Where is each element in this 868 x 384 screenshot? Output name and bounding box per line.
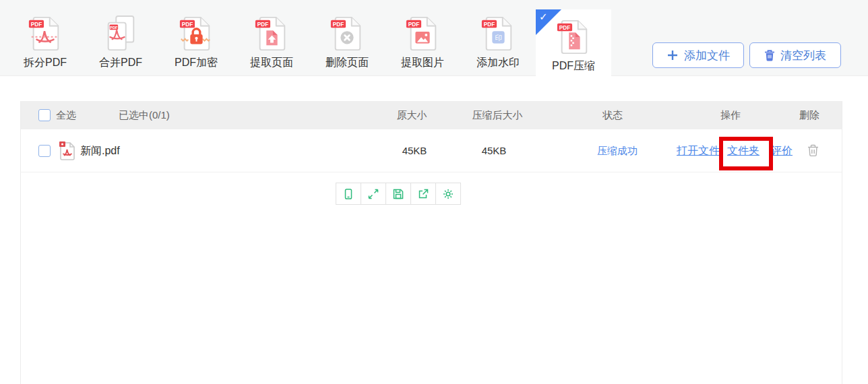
tab-split-pdf[interactable]: PDF 拆分PDF — [7, 0, 83, 75]
phone-icon[interactable] — [336, 183, 361, 205]
plus-icon — [666, 49, 679, 61]
clear-list-button[interactable]: 清空列表 — [749, 42, 841, 68]
list-header: 全选 已选中(0/1) 原大小 压缩后大小 状态 操作 删除 — [21, 101, 842, 129]
tool-tabs: PDF 拆分PDF PDF 合并PDF — [7, 0, 611, 82]
merge-pdf-icon: PDF — [102, 14, 139, 53]
pdf-file-icon — [59, 141, 76, 164]
tab-label: 拆分PDF — [24, 56, 67, 70]
tab-label: 提取图片 — [401, 56, 444, 70]
delete-pages-icon: PDF — [329, 14, 365, 53]
compressed-size-value: 45KB — [482, 129, 507, 172]
svg-text:PDF: PDF — [110, 26, 118, 30]
row-checkbox[interactable] — [38, 145, 51, 157]
col-status: 状态 — [602, 101, 623, 129]
selected-count: 已选中(0/1) — [119, 101, 170, 129]
table-row: 新闻.pdf 45KB 45KB 压缩成功 打开文件 文件夹 评价 — [21, 129, 842, 172]
extract-pages-icon: PDF — [253, 14, 290, 53]
delete-row-icon[interactable] — [807, 144, 819, 160]
col-delete: 删除 — [799, 101, 819, 129]
tab-delete-pages[interactable]: PDF 删除页面 — [309, 0, 385, 75]
tab-label: 添加水印 — [476, 56, 520, 70]
check-icon: ✓ — [539, 11, 548, 23]
svg-text:PDF: PDF — [484, 22, 495, 28]
extract-images-icon: PDF — [404, 14, 441, 53]
col-original-size: 原大小 — [397, 101, 427, 129]
encrypt-pdf-icon: PDF — [178, 14, 214, 53]
trash-icon — [764, 50, 775, 61]
tab-label: PDF加密 — [175, 56, 218, 70]
tab-extract-images[interactable]: PDF 提取图片 — [385, 0, 460, 75]
add-file-label: 添加文件 — [684, 48, 730, 63]
tab-label: PDF压缩 — [552, 59, 595, 73]
svg-text:PDF: PDF — [182, 22, 193, 28]
add-file-button[interactable]: 添加文件 — [652, 42, 744, 68]
clear-list-label: 清空列表 — [780, 48, 826, 63]
svg-text:印: 印 — [495, 34, 502, 42]
svg-text:PDF: PDF — [257, 22, 268, 28]
file-name: 新闻.pdf — [80, 129, 120, 172]
save-icon[interactable] — [385, 183, 411, 205]
file-list-panel: 全选 已选中(0/1) 原大小 压缩后大小 状态 操作 删除 新闻.pdf 45… — [20, 101, 842, 384]
tab-label: 删除页面 — [326, 56, 369, 70]
original-size-value: 45KB — [402, 129, 427, 172]
select-all-label: 全选 — [56, 101, 76, 129]
expand-icon[interactable] — [361, 183, 386, 205]
rate-link[interactable]: 评价 — [771, 129, 793, 172]
open-file-link[interactable]: 打开文件 — [677, 129, 720, 172]
share-icon[interactable] — [410, 183, 436, 205]
svg-text:PDF: PDF — [333, 22, 344, 28]
folder-link[interactable]: 文件夹 — [727, 129, 760, 172]
tab-label: 合并PDF — [99, 56, 142, 70]
select-all-checkbox[interactable] — [38, 109, 51, 121]
tab-merge-pdf[interactable]: PDF 合并PDF — [83, 0, 158, 75]
col-operation: 操作 — [720, 101, 741, 129]
tab-compress-pdf[interactable]: ✓ PDF PDF压缩 — [536, 9, 611, 82]
col-compressed-size: 压缩后大小 — [472, 101, 523, 129]
svg-text:PDF: PDF — [31, 22, 42, 28]
float-toolbar — [336, 183, 461, 205]
watermark-icon: 印 PDF — [480, 14, 516, 53]
split-pdf-icon: PDF — [27, 14, 63, 53]
tab-label: 提取页面 — [250, 56, 293, 70]
status-text: 压缩成功 — [597, 129, 638, 172]
settings-icon[interactable] — [435, 183, 461, 205]
tab-encrypt-pdf[interactable]: PDF PDF加密 — [158, 0, 234, 75]
tab-add-watermark[interactable]: 印 PDF 添加水印 — [460, 0, 536, 75]
tab-extract-pages[interactable]: PDF 提取页面 — [234, 0, 309, 75]
svg-text:PDF: PDF — [408, 22, 419, 28]
